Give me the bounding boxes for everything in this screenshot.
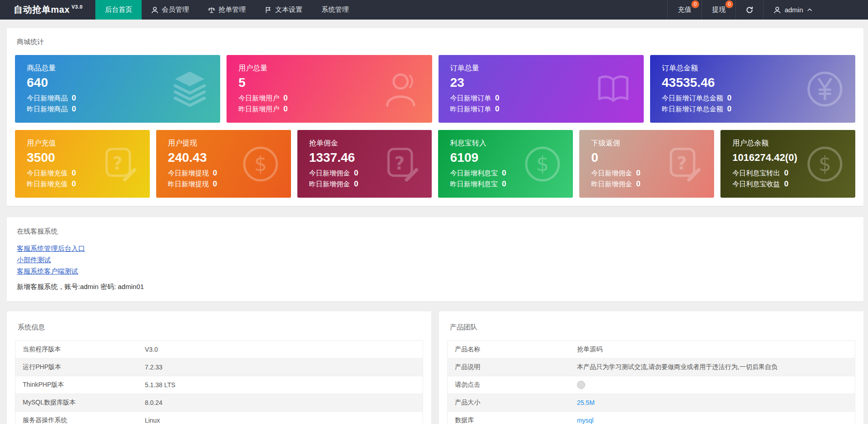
product-team-table: 产品名称抢单源码产品说明本产品只为学习测试交流,请勿要做商业或者用于违法行为,一… bbox=[447, 340, 855, 424]
svg-text:$: $ bbox=[819, 153, 831, 175]
table-row: 服务器操作系统Linux bbox=[15, 412, 423, 424]
nav-item-label: 后台首页 bbox=[105, 5, 132, 14]
nav-item-label: 系统管理 bbox=[321, 5, 349, 14]
row-value: 7.2.33 bbox=[138, 359, 423, 376]
stat-card-sub-value: 0 bbox=[636, 179, 640, 189]
stats-panel-title: 商城统计 bbox=[17, 38, 855, 46]
username: admin bbox=[784, 6, 803, 14]
online-service-panel: 在线客服系统 客服系统管理后台入口小部件测试客服系统客户端测试 新增客服系统，账… bbox=[7, 217, 863, 301]
user-menu[interactable]: admin bbox=[763, 0, 823, 20]
service-link[interactable]: 小部件测试 bbox=[17, 254, 51, 265]
stat-card-sub-label: 昨日新增佣金 bbox=[591, 179, 632, 189]
yen-circle-icon bbox=[806, 70, 843, 108]
refresh-icon bbox=[746, 6, 753, 14]
stat-card-sub-value: 0 bbox=[784, 168, 788, 178]
stat-card-sub-label: 今日新增订单总金额 bbox=[662, 93, 723, 103]
recharge-button[interactable]: 充值 0 bbox=[667, 0, 701, 20]
row-label: 产品说明 bbox=[448, 359, 570, 376]
stat-card-sub-value: 0 bbox=[727, 104, 731, 114]
stat-card-sub-label: 昨日新增商品 bbox=[27, 104, 68, 114]
person-icon bbox=[151, 6, 158, 14]
stat-card-sub-value: 0 bbox=[784, 179, 788, 189]
book-icon bbox=[595, 70, 632, 108]
stat-card-sub-value: 0 bbox=[495, 93, 499, 103]
stat-card-sub-value: 0 bbox=[354, 179, 358, 189]
table-row: 请勿点击 bbox=[448, 376, 855, 394]
stat-card: 用户提现 240.43 今日新增提现 0 昨日新增提现 0 $ bbox=[156, 130, 291, 198]
nav-item-label: 会员管理 bbox=[162, 5, 189, 14]
stat-card-sub-label: 今日新增提现 bbox=[168, 168, 209, 178]
product-team-panel: 产品团队 产品名称抢单源码产品说明本产品只为学习测试交流,请勿要做商业或者用于违… bbox=[439, 311, 863, 424]
svg-text:?: ? bbox=[113, 153, 123, 173]
refresh-button[interactable] bbox=[735, 0, 763, 20]
recharge-badge: 0 bbox=[691, 0, 699, 8]
stat-card-sub-value: 0 bbox=[502, 179, 506, 189]
stat-card-sub-value: 0 bbox=[502, 168, 506, 178]
nav-item-system[interactable]: 系统管理 bbox=[312, 0, 358, 20]
stats-card-row-2: 用户充值 3500 今日新增充值 0 昨日新增充值 0 ? 用户提现 240.4… bbox=[15, 130, 855, 198]
stat-card-sub-value: 0 bbox=[72, 179, 76, 189]
system-info-table: 当前程序版本V3.0运行PHP版本7.2.33ThinkPHP版本5.1.38 … bbox=[15, 340, 423, 424]
table-row: 产品说明本产品只为学习测试交流,请勿要做商业或者用于违法行为,一切后果自负 bbox=[448, 359, 855, 376]
stat-card-sub-label: 今日新增佣金 bbox=[591, 168, 632, 178]
stat-card: 商品总量 640 今日新增商品 0 昨日新增商品 0 bbox=[15, 55, 220, 123]
svg-text:$: $ bbox=[536, 153, 549, 175]
nav-item-label: 抢单管理 bbox=[218, 5, 246, 14]
navbar-right: 充值 0 提现 0 admin bbox=[667, 0, 823, 20]
svg-text:?: ? bbox=[677, 153, 687, 173]
dollar-circle-icon: $ bbox=[242, 145, 279, 183]
service-links: 客服系统管理后台入口小部件测试客服系统客户端测试 bbox=[17, 243, 853, 277]
withdraw-button[interactable]: 提现 0 bbox=[701, 0, 735, 20]
stat-card-sub-label: 今日新增商品 bbox=[27, 93, 68, 103]
table-row: 产品名称抢单源码 bbox=[448, 341, 855, 359]
table-row: 当前程序版本V3.0 bbox=[15, 341, 423, 359]
service-link[interactable]: 客服系统客户端测试 bbox=[17, 265, 78, 277]
withdraw-badge: 0 bbox=[725, 0, 733, 8]
row-value: Linux bbox=[138, 412, 423, 424]
top-navbar: 自动抢单maxV3.0 后台首页 会员管理 抢单管理 文本设置 系统管理 充值 … bbox=[0, 0, 868, 20]
dollar-circle-icon: $ bbox=[524, 145, 561, 183]
scales-icon bbox=[208, 6, 215, 14]
nav-item-home[interactable]: 后台首页 bbox=[95, 0, 142, 20]
table-row: 运行PHP版本7.2.33 bbox=[15, 359, 423, 376]
table-row: ThinkPHP版本5.1.38 LTS bbox=[15, 376, 423, 394]
row-value: 抢单源码 bbox=[570, 341, 855, 359]
row-label: 数据库 bbox=[448, 412, 570, 424]
stat-card-sub-label: 昨日新增提现 bbox=[168, 179, 209, 189]
gray-circle-icon bbox=[577, 381, 585, 389]
svg-text:?: ? bbox=[395, 153, 404, 173]
stat-card: 用户总余额 1016274.42(0) 今日利息宝转出 0 今日利息宝收益 0 … bbox=[720, 130, 855, 198]
system-info-panel: 系统信息 当前程序版本V3.0运行PHP版本7.2.33ThinkPHP版本5.… bbox=[7, 311, 431, 424]
nav-item-members[interactable]: 会员管理 bbox=[142, 0, 198, 20]
row-value: 5.1.38 LTS bbox=[138, 376, 423, 394]
person-icon bbox=[774, 6, 781, 14]
row-value-link[interactable]: mysql bbox=[577, 417, 594, 424]
stat-card-sub-label: 今日新增利息宝 bbox=[450, 168, 498, 178]
row-value-link[interactable]: 25.5M bbox=[577, 399, 595, 406]
table-row: MySQL数据库版本8.0.24 bbox=[15, 394, 423, 412]
question-doc-icon: ? bbox=[665, 145, 702, 183]
stat-card: 订单总金额 43535.46 今日新增订单总金额 0 昨日新增订单总金额 0 bbox=[650, 55, 855, 123]
svg-text:$: $ bbox=[254, 153, 267, 175]
question-doc-icon: ? bbox=[101, 145, 138, 183]
stat-card: 利息宝转入 6109 今日新增利息宝 0 昨日新增利息宝 0 $ bbox=[438, 130, 573, 198]
stat-card: 用户总量 5 今日新增用户 0 昨日新增用户 0 bbox=[227, 55, 432, 123]
nav-item-orders[interactable]: 抢单管理 bbox=[198, 0, 255, 20]
stat-card-sub-value: 0 bbox=[354, 168, 358, 178]
stat-card-sub-label: 昨日新增订单 bbox=[450, 104, 491, 114]
stat-card-sub-label: 昨日新增充值 bbox=[27, 179, 68, 189]
flag-icon bbox=[265, 6, 272, 14]
system-info-title: 系统信息 bbox=[18, 323, 423, 332]
dollar-circle-icon: $ bbox=[806, 145, 843, 183]
row-label: 服务器操作系统 bbox=[15, 412, 138, 424]
service-note: 新增客服系统，账号:admin 密码: admin01 bbox=[17, 283, 853, 291]
stat-card-sub-label: 昨日新增佣金 bbox=[309, 179, 350, 189]
row-value: V3.0 bbox=[138, 341, 423, 359]
row-value bbox=[570, 376, 855, 394]
service-link[interactable]: 客服系统管理后台入口 bbox=[17, 243, 85, 254]
nav-item-text-settings[interactable]: 文本设置 bbox=[255, 0, 312, 20]
service-panel-title: 在线客服系统 bbox=[17, 227, 853, 236]
main-nav: 后台首页 会员管理 抢单管理 文本设置 系统管理 bbox=[95, 0, 358, 20]
table-row: 产品大小25.5M bbox=[448, 394, 855, 412]
question-doc-icon: ? bbox=[383, 145, 420, 183]
